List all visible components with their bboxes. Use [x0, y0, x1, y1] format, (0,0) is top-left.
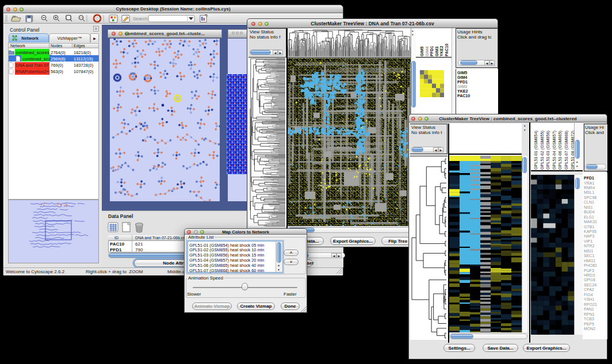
svg-text:Search:: Search:: [133, 16, 149, 21]
svg-text:1:1: 1:1: [79, 16, 83, 19]
